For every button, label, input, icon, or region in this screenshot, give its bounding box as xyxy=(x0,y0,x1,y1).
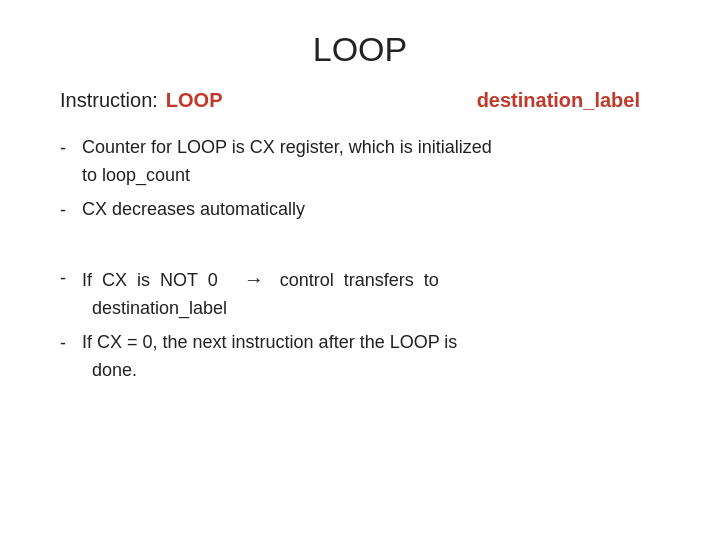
bullet-dash: - xyxy=(60,264,82,292)
list-item: - If CX = 0, the next instruction after … xyxy=(60,329,670,385)
instruction-keyword: LOOP xyxy=(166,89,223,112)
arrow-icon: → xyxy=(244,268,264,290)
instruction-label: Instruction: xyxy=(60,89,158,112)
bullet-text: Counter for LOOP is CX register, which i… xyxy=(82,134,492,190)
instruction-row: Instruction: LOOP destination_label xyxy=(50,89,670,112)
slide-title: LOOP xyxy=(50,30,670,69)
bullet-text: If CX is NOT 0 → control transfers to de… xyxy=(82,264,439,323)
list-item: - Counter for LOOP is CX register, which… xyxy=(60,134,670,190)
slide: LOOP Instruction: LOOP destination_label… xyxy=(0,0,720,540)
bullet-text: CX decreases automatically xyxy=(82,196,305,224)
bullet-dash: - xyxy=(60,196,82,224)
bullet-text: If CX = 0, the next instruction after th… xyxy=(82,329,457,385)
instruction-destination: destination_label xyxy=(477,89,670,112)
list-item: - CX decreases automatically xyxy=(60,196,670,224)
bullet-section-1: - Counter for LOOP is CX register, which… xyxy=(50,134,670,230)
bullet-dash: - xyxy=(60,329,82,357)
bullet-section-2: - If CX is NOT 0 → control transfers to … xyxy=(50,264,670,391)
bullet-dash: - xyxy=(60,134,82,162)
list-item: - If CX is NOT 0 → control transfers to … xyxy=(60,264,670,323)
